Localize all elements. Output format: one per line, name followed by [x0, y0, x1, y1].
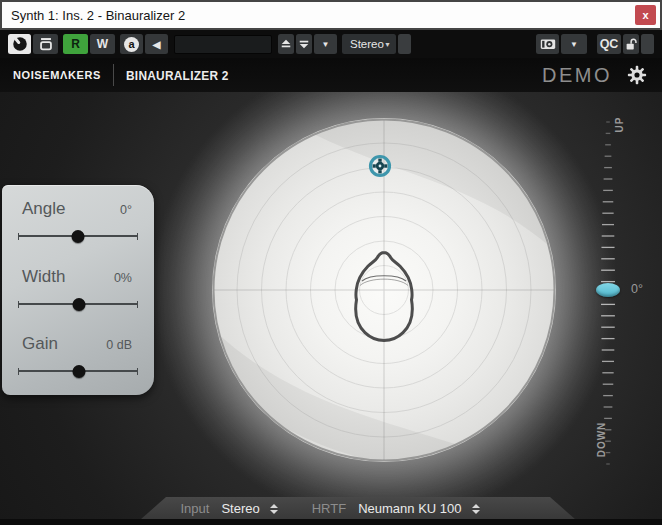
width-slider-knob[interactable]: [73, 298, 86, 311]
previous-preset-icon: [279, 37, 293, 51]
input-value: Stereo: [221, 501, 259, 516]
gain-slider[interactable]: [18, 370, 138, 372]
power-icon: [11, 35, 29, 53]
write-automation-button[interactable]: W: [90, 34, 115, 54]
qc-label: QC: [600, 37, 619, 51]
elevation-value: 0°: [631, 282, 643, 296]
input-group: Input Stereo: [180, 501, 277, 516]
width-value: 0%: [114, 271, 132, 285]
width-slider[interactable]: [18, 303, 138, 305]
updown-spinner-icon: [472, 504, 480, 514]
field-wave-bottom: [214, 330, 474, 462]
read-automation-label: R: [71, 37, 80, 51]
window-title: Synth 1: Ins. 2 - Binauralizer 2: [11, 8, 185, 23]
preset-browser-button[interactable]: ▼: [314, 34, 337, 54]
previous-preset-button[interactable]: [278, 34, 294, 54]
plugin-window: Synth 1: Ins. 2 - Binauralizer 2 x R W: [0, 0, 662, 525]
hrtf-label: HRTF: [312, 501, 346, 516]
plugin-title: BINAURALIZER 2: [126, 68, 229, 83]
hrtf-group: HRTF Neumann KU 100: [312, 501, 480, 516]
plugin-header: NOISEMΛKERS BINAURALIZER 2 DEMO: [0, 58, 662, 92]
ab-setting-icon: a: [124, 37, 139, 52]
dropdown-icon: ▼: [570, 40, 578, 49]
functions-menu-button[interactable]: ▼: [561, 34, 587, 54]
quick-controls-button[interactable]: QC: [597, 34, 621, 54]
next-preset-icon: [297, 37, 311, 51]
toolbar-extra-button[interactable]: [641, 34, 654, 54]
hrtf-select[interactable]: Neumann KU 100: [358, 501, 479, 516]
brand-logo: NOISEMΛKERS: [13, 69, 101, 81]
close-icon: x: [642, 9, 648, 21]
qc-lock-button[interactable]: [623, 34, 639, 54]
elevation-up-label: UP: [614, 117, 625, 133]
next-preset-button[interactable]: [296, 34, 312, 54]
gain-value: 0 dB: [106, 338, 132, 352]
demo-badge: DEMO: [542, 64, 612, 87]
snapshot-button[interactable]: [536, 34, 559, 54]
angle-value: 0°: [120, 203, 132, 217]
gain-label: Gain: [22, 334, 58, 354]
preset-name-field[interactable]: [174, 35, 272, 54]
ab-compare-button[interactable]: a: [120, 34, 143, 54]
input-select[interactable]: Stereo: [221, 501, 277, 516]
copy-a-to-b-button[interactable]: ◀: [145, 34, 168, 54]
input-label: Input: [180, 501, 209, 516]
routing-select[interactable]: Stereo ▼: [342, 34, 396, 54]
activate-plugin-button[interactable]: [8, 34, 31, 54]
io-bar: Input Stereo HRTF Neumann KU 100: [140, 497, 576, 520]
bypass-icon: [37, 35, 55, 53]
updown-spinner-icon: [270, 504, 278, 514]
angle-label: Angle: [22, 199, 65, 219]
width-label: Width: [22, 267, 65, 287]
write-automation-label: W: [97, 37, 108, 51]
gain-slider-knob[interactable]: [73, 365, 86, 378]
header-divider: [113, 64, 114, 86]
angle-slider-knob[interactable]: [72, 230, 85, 243]
titlebar[interactable]: Synth 1: Ins. 2 - Binauralizer 2 x: [0, 0, 662, 30]
angle-slider[interactable]: [18, 235, 138, 237]
routing-value: Stereo: [350, 38, 384, 50]
read-automation-button[interactable]: R: [63, 34, 88, 54]
host-toolbar: R W a ◀ ▼ Stereo ▼: [0, 30, 662, 58]
gear-icon: [626, 64, 648, 86]
elevation-down-label: DOWN: [596, 422, 607, 458]
bypass-button[interactable]: [33, 34, 58, 54]
dropdown-icon: ▼: [322, 40, 330, 49]
dropdown-icon: ▼: [384, 41, 391, 48]
parameter-panel: Angle 0° Width 0% Gain 0 dB: [2, 185, 154, 395]
hrtf-value: Neumann KU 100: [358, 501, 461, 516]
routing-extra-button[interactable]: [398, 34, 411, 54]
source-position-marker[interactable]: [364, 150, 396, 182]
elevation-slider-handle[interactable]: [596, 283, 620, 297]
arrow-left-icon: ◀: [153, 39, 161, 50]
main-area: Angle 0° Width 0% Gain 0 dB: [0, 92, 662, 525]
unlock-icon: [624, 37, 639, 52]
camera-icon: [539, 35, 557, 53]
bottom-strip: [0, 519, 662, 525]
close-button[interactable]: x: [635, 5, 656, 25]
settings-button[interactable]: [626, 64, 648, 86]
